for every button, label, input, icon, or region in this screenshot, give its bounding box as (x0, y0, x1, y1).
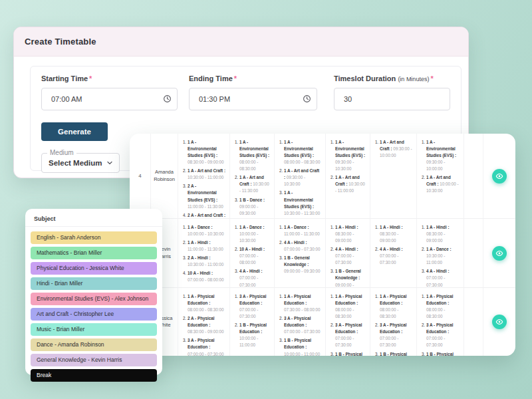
entry-subject: 1 B - Physical Education : (335, 352, 362, 356)
empty-cell (464, 134, 483, 219)
schedule-entry: 2. 4 A - Hindi : 07:00:00 - 07:30:00 (331, 246, 366, 266)
starting-time-label: Starting Time* (41, 74, 178, 82)
schedule-entry: 1. 1 A - Environmental Studies (EVS) : 0… (183, 139, 226, 166)
schedule-entry: 1. 1 A - Dance : 10:00:00 - 10:30:00 (183, 224, 226, 237)
schedule-cell: 1. 1 A - Art and Craft : 09:30:00 - 10:0… (370, 134, 417, 219)
schedule-entry: 3. 1 A - Environmental Studies (EVS) : 1… (279, 190, 322, 216)
medium-select-label: Medium (47, 149, 76, 156)
schedule-entry: 3. 2 A - Environmental Studies (EVS) : 1… (183, 183, 226, 209)
clock-icon (163, 94, 172, 103)
entry-time: 10:00:00 - 10:30:00 (188, 231, 224, 236)
view-timetable-button[interactable] (492, 315, 507, 329)
entry-time: 08:00:00 - 08:30:00 (426, 307, 445, 319)
entry-subject: 1 A - Physical Education : (284, 294, 311, 305)
entry-subject: 1 A - Physical Education : (188, 294, 215, 305)
entry-subject: 3 A - Physical Education : (284, 316, 311, 327)
schedule-cell: 1. 1 A - Physical Education : 08:00:00 -… (326, 288, 370, 356)
subject-legend-item: Music - Brian Miller (31, 323, 157, 336)
schedule-entry: 1. 1 A - Hindi : 08:30:00 - 09:00:00 (422, 224, 460, 244)
schedule-entry: 2. 10 A - Hindi : 07:00:00 - 08:00:00 (235, 246, 271, 266)
entry-time: 10:30:00 - 11:00:00 (426, 253, 445, 265)
ending-time-label: Ending Time* (189, 74, 317, 82)
entry-time: 08:30:00 - 09:00:00 (380, 231, 398, 243)
entry-time: 09:30:00 - 10:30:00 (284, 175, 305, 186)
entry-time: 08:00:00 - 08:30:00 (188, 307, 224, 312)
schedule-entry: 1. 1 A - Hindi : 08:30:00 - 09:00:00 (375, 224, 413, 244)
entry-time: 08:30:00 - 09:00:00 (188, 160, 224, 164)
ending-time-field: Ending Time* (189, 74, 317, 110)
schedule-entry: 3. 2 A - Hindi : 10:30:00 - 11:00:00 (183, 255, 226, 268)
entry-time: 07:00:00 - 07:30:00 (426, 275, 445, 287)
entry-time: 09:00:00 - 09:30:00 (335, 283, 354, 289)
entry-time: 07:00:00 - 07:30:00 (284, 247, 321, 251)
timeslot-duration-label: Timeslot Duration (in Minutes)* (334, 74, 450, 82)
entry-time: 07:00:00 - 07:30:00 (380, 336, 398, 347)
medium-select[interactable]: Medium Select Medium (41, 153, 120, 173)
entry-time: 07:00:00 - 07:30:00 (284, 329, 321, 334)
subject-legend-item: Environmental Studies (EVS) - Alex Johns… (31, 293, 157, 305)
schedule-entry: 2. 1 A - Art and Craft : 10:30:00 - 11:3… (235, 174, 271, 194)
schedule-entry: 2. 1 A - Art and Craft : 09:30:00 - 10:3… (279, 168, 322, 188)
schedule-cell: 1. 1 A - Physical Education : 08:00:00 -… (178, 288, 230, 356)
entry-subject: 1 A - Physical Education : (426, 294, 454, 305)
entry-subject: 1 A - Dance : (188, 225, 213, 229)
entry-time: 10:00:00 - 10:30:00 (239, 231, 258, 243)
entry-subject: 1 A - Art and Craft : (188, 168, 225, 173)
schedule-entry: 1. 1 A - Environmental Studies (EVS) : 0… (331, 139, 366, 172)
entry-subject: 1 A - Environmental Studies (EVS) : (426, 140, 456, 158)
subject-legend-item: General Knowledge - Kevin Harris (31, 354, 157, 366)
schedule-entry: 1. 1 A - Art and Craft : 09:30:00 - 10:0… (375, 139, 413, 159)
view-timetable-button[interactable] (492, 169, 507, 184)
starting-time-input[interactable] (41, 88, 178, 110)
entry-subject: 1 A - Dance : (284, 225, 309, 229)
schedule-cell: 1. 1 A - Environmental Studies (EVS) : 0… (326, 134, 370, 219)
entry-subject: 2 A - Art and Craft : (188, 213, 225, 217)
entry-time: 10:30:00 - 11:30:00 (284, 211, 320, 215)
entry-time: 07:30:00 - 08:00:00 (284, 307, 321, 312)
clock-icon (303, 94, 311, 103)
schedule-entry: 3. 1 B - Physical Education : 10:00:00 -… (279, 337, 322, 356)
entry-subject: 1 A - Hindi : (380, 225, 403, 229)
schedule-cell: 1. 1 A - Hindi : 08:30:00 - 09:00:002. 1… (417, 219, 464, 288)
entry-subject: 4 A - Hindi : (426, 269, 450, 273)
view-timetable-button[interactable] (492, 246, 507, 261)
entry-subject: 3 A - Physical Education : (380, 323, 407, 334)
timetable-card: 4Amanda Robinson1. 1 A - Environmental S… (130, 134, 515, 356)
schedule-entry: 4. 10 A - Hindi : 07:00:00 - 08:00:00 (183, 270, 226, 283)
subject-legend-item: Hindi - Brian Miller (31, 277, 157, 290)
schedule-entry: 2. 3 A - Physical Education : 07:00:00 -… (279, 315, 322, 335)
timeslot-duration-input[interactable] (334, 88, 450, 110)
schedule-entry: 1. 1 A - Physical Education : 08:00:00 -… (375, 293, 413, 320)
entry-time: 08:00:00 - 08:30:00 (335, 307, 354, 319)
schedule-entry: 2. 1 A - Art and Craft : 10:00:00 - 10:3… (422, 174, 460, 194)
schedule-entry: 1. 1 A - Environmental Studies (EVS) : 0… (235, 139, 271, 172)
schedule-entry: 3. 1 B - Dance : 09:00:00 - 09:30:00 (235, 197, 271, 217)
required-asterisk: * (234, 74, 237, 82)
subject-legend-list: English - Sarah AndersonMathematics - Br… (31, 231, 157, 382)
entry-subject: 1 A - Physical Education : (380, 294, 407, 305)
schedule-entry: 2. 1 A - Dance : 10:30:00 - 11:00:00 (422, 246, 460, 266)
schedule-entry: 2. 3 A - Physical Education : 07:00:00 -… (331, 322, 366, 348)
entry-time: 08:30:00 - 09:00:00 (426, 231, 445, 243)
entry-time: 07:00:00 - 07:30:00 (335, 253, 354, 265)
subject-legend-item: Mathematics - Brian Miller (31, 247, 157, 259)
entry-subject: 1 B - Physical Education : (284, 338, 311, 349)
entry-subject: 2 A - Physical Education : (188, 316, 215, 327)
entry-subject: 3 A - Physical Education : (335, 323, 362, 334)
entry-subject: 3 A - Physical Education : (188, 338, 215, 349)
entry-time: 10:30:00 - 11:00:00 (188, 175, 223, 180)
schedule-entry: 3. 1 B - General Knowledge : 09:00:00 - … (279, 255, 322, 275)
entry-subject: 1 B - General Knowledge : (284, 255, 310, 267)
ending-time-input[interactable] (189, 88, 317, 110)
subject-legend-item: Break (31, 369, 157, 382)
required-asterisk: * (430, 74, 433, 82)
entry-time: 09:30:00 - 10:00:00 (426, 160, 445, 171)
entry-subject: 1 A - Dance : (426, 247, 452, 251)
entry-subject: 2 A - Hindi : (188, 255, 211, 260)
entry-subject: 1 A - Physical Education : (335, 294, 362, 305)
generate-button[interactable]: Generate (41, 122, 108, 141)
schedule-entry: 3. 1 B - Physical Education : 10:00:00 -… (375, 351, 413, 356)
schedule-cell: 1. 1 A - Physical Education : 07:30:00 -… (275, 288, 326, 356)
entry-time: 11:00:00 - 11:30:00 (284, 231, 320, 236)
entry-time: 11:00:00 - 11:30:00 (188, 247, 223, 251)
